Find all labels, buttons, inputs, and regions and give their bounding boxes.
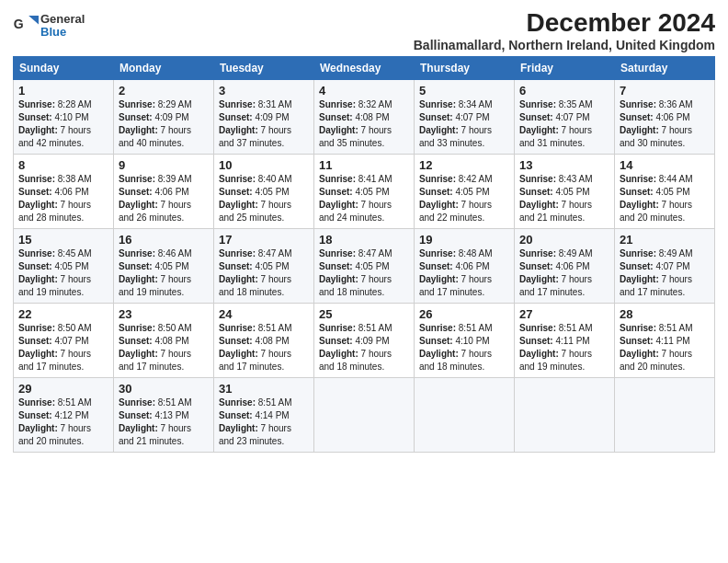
day-number: 3 — [219, 84, 309, 98]
day-number: 12 — [419, 158, 509, 172]
day-number: 1 — [18, 84, 108, 98]
day-number: 29 — [18, 382, 108, 396]
calendar-cell: 16 Sunrise: 8:46 AMSunset: 4:05 PMDaylig… — [114, 228, 214, 303]
calendar-cell — [415, 377, 515, 452]
calendar-cell: 19 Sunrise: 8:48 AMSunset: 4:06 PMDaylig… — [415, 228, 515, 303]
calendar-cell: 1 Sunrise: 8:28 AMSunset: 4:10 PMDayligh… — [14, 79, 114, 154]
day-info: Sunrise: 8:32 AMSunset: 4:08 PMDaylight:… — [319, 99, 392, 148]
calendar-cell: 31 Sunrise: 8:51 AMSunset: 4:14 PMDaylig… — [214, 377, 314, 452]
calendar-cell: 24 Sunrise: 8:51 AMSunset: 4:08 PMDaylig… — [214, 303, 314, 377]
day-info: Sunrise: 8:49 AMSunset: 4:06 PMDaylight:… — [519, 248, 592, 297]
col-sunday: Sunday — [14, 56, 114, 79]
day-info: Sunrise: 8:31 AMSunset: 4:09 PMDaylight:… — [219, 99, 291, 148]
week-row-3: 15 Sunrise: 8:45 AMSunset: 4:05 PMDaylig… — [14, 228, 715, 303]
calendar-cell: 4 Sunrise: 8:32 AMSunset: 4:08 PMDayligh… — [314, 79, 415, 154]
day-number: 13 — [519, 158, 609, 172]
calendar-cell: 27 Sunrise: 8:51 AMSunset: 4:11 PMDaylig… — [515, 303, 615, 377]
day-number: 28 — [620, 307, 710, 321]
calendar-cell: 18 Sunrise: 8:47 AMSunset: 4:05 PMDaylig… — [314, 228, 415, 303]
logo-icon: G — [13, 13, 39, 39]
header-row: Sunday Monday Tuesday Wednesday Thursday… — [14, 56, 715, 79]
day-info: Sunrise: 8:47 AMSunset: 4:05 PMDaylight:… — [219, 248, 291, 297]
main-title: December 2024 — [414, 9, 715, 38]
day-number: 5 — [419, 84, 509, 98]
day-info: Sunrise: 8:51 AMSunset: 4:12 PMDaylight:… — [18, 397, 91, 446]
day-info: Sunrise: 8:49 AMSunset: 4:07 PMDaylight:… — [620, 248, 692, 297]
calendar-cell: 21 Sunrise: 8:49 AMSunset: 4:07 PMDaylig… — [615, 228, 715, 303]
day-info: Sunrise: 8:38 AMSunset: 4:06 PMDaylight:… — [18, 174, 91, 223]
day-info: Sunrise: 8:46 AMSunset: 4:05 PMDaylight:… — [119, 248, 191, 297]
day-info: Sunrise: 8:50 AMSunset: 4:07 PMDaylight:… — [18, 323, 91, 372]
day-info: Sunrise: 8:48 AMSunset: 4:06 PMDaylight:… — [419, 248, 492, 297]
day-number: 23 — [119, 307, 209, 321]
calendar-cell: 17 Sunrise: 8:47 AMSunset: 4:05 PMDaylig… — [214, 228, 314, 303]
calendar-header: Sunday Monday Tuesday Wednesday Thursday… — [14, 56, 715, 79]
day-number: 9 — [119, 158, 209, 172]
day-number: 17 — [219, 233, 309, 247]
day-info: Sunrise: 8:51 AMSunset: 4:14 PMDaylight:… — [219, 397, 291, 446]
calendar-cell: 2 Sunrise: 8:29 AMSunset: 4:09 PMDayligh… — [114, 79, 214, 154]
calendar-cell: 7 Sunrise: 8:36 AMSunset: 4:06 PMDayligh… — [615, 79, 715, 154]
svg-text:G: G — [14, 17, 24, 31]
day-number: 15 — [18, 233, 108, 247]
day-info: Sunrise: 8:51 AMSunset: 4:08 PMDaylight:… — [219, 323, 291, 372]
calendar-cell: 6 Sunrise: 8:35 AMSunset: 4:07 PMDayligh… — [515, 79, 615, 154]
logo: G General Blue — [13, 13, 85, 40]
calendar-body: 1 Sunrise: 8:28 AMSunset: 4:10 PMDayligh… — [14, 79, 715, 452]
day-info: Sunrise: 8:47 AMSunset: 4:05 PMDaylight:… — [319, 248, 392, 297]
week-row-4: 22 Sunrise: 8:50 AMSunset: 4:07 PMDaylig… — [14, 303, 715, 377]
day-number: 7 — [620, 84, 710, 98]
col-saturday: Saturday — [615, 56, 715, 79]
day-number: 2 — [119, 84, 209, 98]
calendar-cell: 13 Sunrise: 8:43 AMSunset: 4:05 PMDaylig… — [515, 154, 615, 228]
day-number: 27 — [519, 307, 609, 321]
day-number: 8 — [18, 158, 108, 172]
header: G General Blue December 2024 Ballinamall… — [13, 9, 715, 52]
calendar-cell: 3 Sunrise: 8:31 AMSunset: 4:09 PMDayligh… — [214, 79, 314, 154]
day-info: Sunrise: 8:45 AMSunset: 4:05 PMDaylight:… — [18, 248, 91, 297]
day-info: Sunrise: 8:40 AMSunset: 4:05 PMDaylight:… — [219, 174, 291, 223]
day-info: Sunrise: 8:50 AMSunset: 4:08 PMDaylight:… — [119, 323, 191, 372]
day-info: Sunrise: 8:28 AMSunset: 4:10 PMDaylight:… — [18, 99, 91, 148]
calendar-cell: 14 Sunrise: 8:44 AMSunset: 4:05 PMDaylig… — [615, 154, 715, 228]
col-tuesday: Tuesday — [214, 56, 314, 79]
calendar-cell: 20 Sunrise: 8:49 AMSunset: 4:06 PMDaylig… — [515, 228, 615, 303]
calendar-cell: 22 Sunrise: 8:50 AMSunset: 4:07 PMDaylig… — [14, 303, 114, 377]
calendar-cell: 15 Sunrise: 8:45 AMSunset: 4:05 PMDaylig… — [14, 228, 114, 303]
calendar-cell: 29 Sunrise: 8:51 AMSunset: 4:12 PMDaylig… — [14, 377, 114, 452]
calendar-cell: 26 Sunrise: 8:51 AMSunset: 4:10 PMDaylig… — [415, 303, 515, 377]
day-number: 24 — [219, 307, 309, 321]
calendar-cell: 11 Sunrise: 8:41 AMSunset: 4:05 PMDaylig… — [314, 154, 415, 228]
calendar-cell: 30 Sunrise: 8:51 AMSunset: 4:13 PMDaylig… — [114, 377, 214, 452]
day-number: 10 — [219, 158, 309, 172]
col-monday: Monday — [114, 56, 214, 79]
day-info: Sunrise: 8:51 AMSunset: 4:10 PMDaylight:… — [419, 323, 492, 372]
day-info: Sunrise: 8:35 AMSunset: 4:07 PMDaylight:… — [519, 99, 592, 148]
col-wednesday: Wednesday — [314, 56, 415, 79]
col-friday: Friday — [515, 56, 615, 79]
logo-text: General Blue — [40, 13, 85, 40]
day-number: 21 — [620, 233, 710, 247]
day-number: 30 — [119, 382, 209, 396]
day-number: 22 — [18, 307, 108, 321]
day-info: Sunrise: 8:34 AMSunset: 4:07 PMDaylight:… — [419, 99, 492, 148]
logo-blue: Blue — [40, 26, 85, 39]
page: G General Blue December 2024 Ballinamall… — [0, 0, 728, 460]
calendar-cell — [314, 377, 415, 452]
day-info: Sunrise: 8:44 AMSunset: 4:05 PMDaylight:… — [620, 174, 692, 223]
calendar-cell: 9 Sunrise: 8:39 AMSunset: 4:06 PMDayligh… — [114, 154, 214, 228]
calendar-cell — [515, 377, 615, 452]
day-info: Sunrise: 8:51 AMSunset: 4:11 PMDaylight:… — [519, 323, 592, 372]
calendar-cell: 25 Sunrise: 8:51 AMSunset: 4:09 PMDaylig… — [314, 303, 415, 377]
day-number: 16 — [119, 233, 209, 247]
day-info: Sunrise: 8:36 AMSunset: 4:06 PMDaylight:… — [620, 99, 692, 148]
day-info: Sunrise: 8:51 AMSunset: 4:13 PMDaylight:… — [119, 397, 191, 446]
day-number: 20 — [519, 233, 609, 247]
calendar-table: Sunday Monday Tuesday Wednesday Thursday… — [13, 56, 715, 453]
day-number: 14 — [620, 158, 710, 172]
day-number: 6 — [519, 84, 609, 98]
day-number: 11 — [319, 158, 409, 172]
week-row-1: 1 Sunrise: 8:28 AMSunset: 4:10 PMDayligh… — [14, 79, 715, 154]
logo-general: General — [40, 13, 85, 26]
day-info: Sunrise: 8:29 AMSunset: 4:09 PMDaylight:… — [119, 99, 191, 148]
